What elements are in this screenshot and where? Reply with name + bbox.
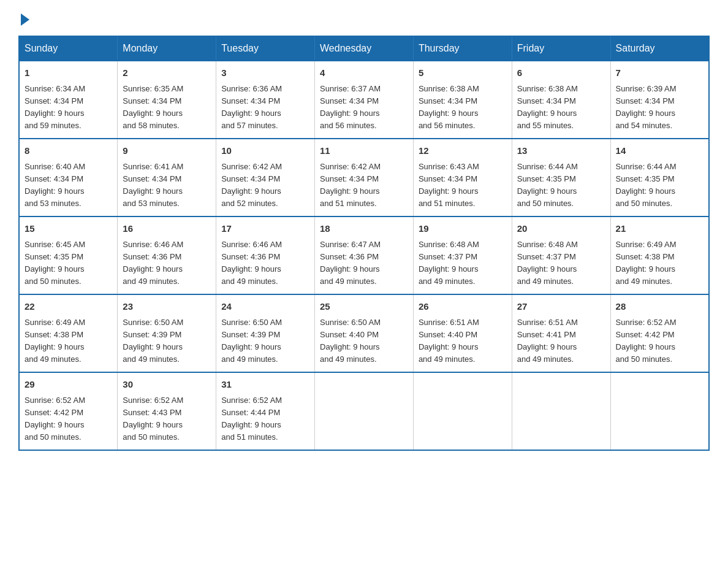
calendar-cell: 15Sunrise: 6:45 AMSunset: 4:35 PMDayligh…: [19, 216, 118, 294]
calendar-cell: 16Sunrise: 6:46 AMSunset: 4:36 PMDayligh…: [118, 216, 216, 294]
day-number: 13: [517, 144, 605, 158]
calendar-week-row: 1Sunrise: 6:34 AMSunset: 4:34 PMDaylight…: [19, 61, 709, 139]
day-number: 16: [123, 222, 211, 236]
calendar-cell: 7Sunrise: 6:39 AMSunset: 4:34 PMDaylight…: [610, 61, 709, 139]
calendar-cell: 12Sunrise: 6:43 AMSunset: 4:34 PMDayligh…: [413, 139, 512, 216]
day-number: 7: [616, 66, 703, 80]
calendar-cell: 17Sunrise: 6:46 AMSunset: 4:36 PMDayligh…: [216, 216, 315, 294]
calendar-cell: 18Sunrise: 6:47 AMSunset: 4:36 PMDayligh…: [315, 216, 414, 294]
day-number: 8: [25, 144, 112, 158]
calendar-cell: 3Sunrise: 6:36 AMSunset: 4:34 PMDaylight…: [216, 61, 315, 139]
day-info: Sunrise: 6:44 AMSunset: 4:35 PMDaylight:…: [616, 162, 677, 208]
day-number: 15: [25, 222, 112, 236]
day-info: Sunrise: 6:51 AMSunset: 4:41 PMDaylight:…: [517, 318, 578, 364]
day-info: Sunrise: 6:37 AMSunset: 4:34 PMDaylight:…: [320, 84, 381, 130]
day-number: 4: [320, 66, 408, 80]
day-info: Sunrise: 6:44 AMSunset: 4:35 PMDaylight:…: [517, 162, 578, 208]
day-info: Sunrise: 6:48 AMSunset: 4:37 PMDaylight:…: [517, 240, 578, 286]
day-number: 25: [320, 300, 408, 314]
day-info: Sunrise: 6:51 AMSunset: 4:40 PMDaylight:…: [419, 318, 479, 364]
day-number: 11: [320, 144, 408, 158]
day-info: Sunrise: 6:46 AMSunset: 4:36 PMDaylight:…: [221, 240, 282, 286]
day-info: Sunrise: 6:49 AMSunset: 4:38 PMDaylight:…: [25, 318, 85, 364]
day-number: 21: [616, 222, 703, 236]
calendar-cell: [413, 372, 512, 450]
calendar-cell: 22Sunrise: 6:49 AMSunset: 4:38 PMDayligh…: [19, 294, 118, 372]
calendar-cell: 9Sunrise: 6:41 AMSunset: 4:34 PMDaylight…: [118, 139, 216, 216]
calendar-cell: [610, 372, 709, 450]
day-info: Sunrise: 6:36 AMSunset: 4:34 PMDaylight:…: [221, 84, 282, 130]
day-number: 6: [517, 66, 605, 80]
calendar-cell: 30Sunrise: 6:52 AMSunset: 4:43 PMDayligh…: [118, 372, 216, 450]
calendar-cell: 28Sunrise: 6:52 AMSunset: 4:42 PMDayligh…: [610, 294, 709, 372]
day-number: 20: [517, 222, 605, 236]
day-number: 10: [221, 144, 309, 158]
calendar-cell: 29Sunrise: 6:52 AMSunset: 4:42 PMDayligh…: [19, 372, 118, 450]
calendar-header-row: SundayMondayTuesdayWednesdayThursdayFrid…: [19, 36, 709, 61]
calendar-cell: 1Sunrise: 6:34 AMSunset: 4:34 PMDaylight…: [19, 61, 118, 139]
calendar-cell: 6Sunrise: 6:38 AMSunset: 4:34 PMDaylight…: [512, 61, 610, 139]
calendar-cell: 27Sunrise: 6:51 AMSunset: 4:41 PMDayligh…: [512, 294, 610, 372]
calendar-cell: [512, 372, 610, 450]
day-number: 19: [419, 222, 507, 236]
calendar-cell: 11Sunrise: 6:42 AMSunset: 4:34 PMDayligh…: [315, 139, 414, 216]
calendar-cell: 5Sunrise: 6:38 AMSunset: 4:34 PMDaylight…: [413, 61, 512, 139]
day-number: 9: [123, 144, 211, 158]
header-monday: Monday: [118, 36, 216, 61]
day-info: Sunrise: 6:34 AMSunset: 4:34 PMDaylight:…: [25, 84, 85, 130]
day-info: Sunrise: 6:52 AMSunset: 4:43 PMDaylight:…: [123, 396, 183, 442]
day-info: Sunrise: 6:42 AMSunset: 4:34 PMDaylight:…: [320, 162, 381, 208]
day-number: 24: [221, 300, 309, 314]
calendar-cell: 24Sunrise: 6:50 AMSunset: 4:39 PMDayligh…: [216, 294, 315, 372]
calendar-week-row: 22Sunrise: 6:49 AMSunset: 4:38 PMDayligh…: [19, 294, 709, 372]
day-number: 17: [221, 222, 309, 236]
day-info: Sunrise: 6:52 AMSunset: 4:42 PMDaylight:…: [25, 396, 85, 442]
day-info: Sunrise: 6:38 AMSunset: 4:34 PMDaylight:…: [419, 84, 479, 130]
header-saturday: Saturday: [610, 36, 709, 61]
page-header: [18, 12, 710, 23]
logo-arrow-icon: [21, 13, 29, 26]
calendar-cell: 2Sunrise: 6:35 AMSunset: 4:34 PMDaylight…: [118, 61, 216, 139]
calendar-table: SundayMondayTuesdayWednesdayThursdayFrid…: [18, 36, 710, 451]
header-sunday: Sunday: [19, 36, 118, 61]
calendar-cell: 21Sunrise: 6:49 AMSunset: 4:38 PMDayligh…: [610, 216, 709, 294]
logo: [18, 12, 29, 23]
header-friday: Friday: [512, 36, 610, 61]
calendar-cell: 26Sunrise: 6:51 AMSunset: 4:40 PMDayligh…: [413, 294, 512, 372]
day-number: 27: [517, 300, 605, 314]
day-number: 12: [419, 144, 507, 158]
header-wednesday: Wednesday: [315, 36, 414, 61]
day-number: 14: [616, 144, 703, 158]
day-info: Sunrise: 6:50 AMSunset: 4:39 PMDaylight:…: [123, 318, 183, 364]
day-number: 5: [419, 66, 507, 80]
calendar-week-row: 8Sunrise: 6:40 AMSunset: 4:34 PMDaylight…: [19, 139, 709, 216]
day-number: 26: [419, 300, 507, 314]
calendar-cell: 14Sunrise: 6:44 AMSunset: 4:35 PMDayligh…: [610, 139, 709, 216]
day-info: Sunrise: 6:50 AMSunset: 4:39 PMDaylight:…: [221, 318, 282, 364]
day-number: 22: [25, 300, 112, 314]
day-number: 31: [221, 378, 309, 392]
day-number: 2: [123, 66, 211, 80]
day-info: Sunrise: 6:42 AMSunset: 4:34 PMDaylight:…: [221, 162, 282, 208]
day-number: 18: [320, 222, 408, 236]
day-number: 28: [616, 300, 703, 314]
calendar-cell: 25Sunrise: 6:50 AMSunset: 4:40 PMDayligh…: [315, 294, 414, 372]
day-info: Sunrise: 6:50 AMSunset: 4:40 PMDaylight:…: [320, 318, 381, 364]
day-number: 29: [25, 378, 112, 392]
day-info: Sunrise: 6:41 AMSunset: 4:34 PMDaylight:…: [123, 162, 183, 208]
day-info: Sunrise: 6:43 AMSunset: 4:34 PMDaylight:…: [419, 162, 479, 208]
calendar-week-row: 15Sunrise: 6:45 AMSunset: 4:35 PMDayligh…: [19, 216, 709, 294]
calendar-cell: 8Sunrise: 6:40 AMSunset: 4:34 PMDaylight…: [19, 139, 118, 216]
day-info: Sunrise: 6:52 AMSunset: 4:44 PMDaylight:…: [221, 396, 282, 442]
calendar-cell: [315, 372, 414, 450]
day-number: 3: [221, 66, 309, 80]
calendar-cell: 13Sunrise: 6:44 AMSunset: 4:35 PMDayligh…: [512, 139, 610, 216]
day-info: Sunrise: 6:46 AMSunset: 4:36 PMDaylight:…: [123, 240, 183, 286]
day-info: Sunrise: 6:48 AMSunset: 4:37 PMDaylight:…: [419, 240, 479, 286]
calendar-cell: 31Sunrise: 6:52 AMSunset: 4:44 PMDayligh…: [216, 372, 315, 450]
day-number: 1: [25, 66, 112, 80]
day-info: Sunrise: 6:49 AMSunset: 4:38 PMDaylight:…: [616, 240, 677, 286]
day-info: Sunrise: 6:40 AMSunset: 4:34 PMDaylight:…: [25, 162, 85, 208]
calendar-cell: 20Sunrise: 6:48 AMSunset: 4:37 PMDayligh…: [512, 216, 610, 294]
day-info: Sunrise: 6:45 AMSunset: 4:35 PMDaylight:…: [25, 240, 85, 286]
